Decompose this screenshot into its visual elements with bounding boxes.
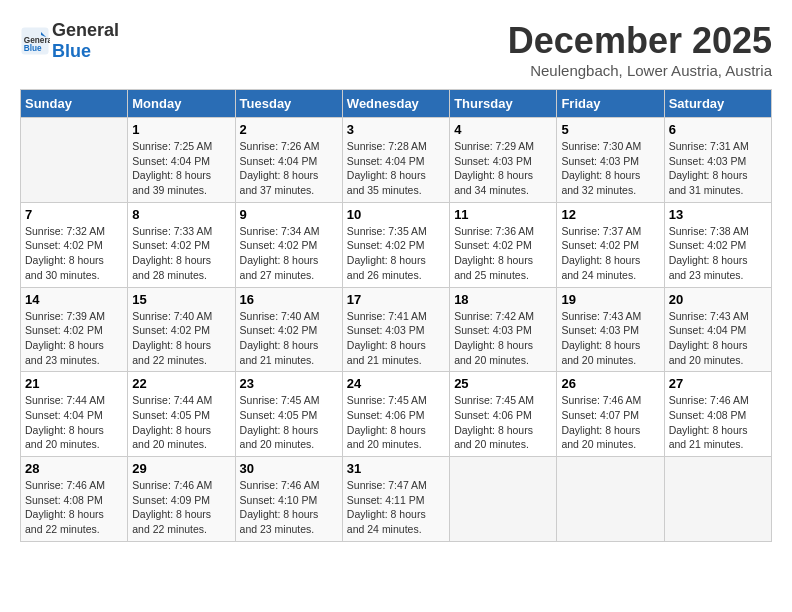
table-row: 27 Sunrise: 7:46 AMSunset: 4:08 PMDaylig… bbox=[664, 372, 771, 457]
col-wednesday: Wednesday bbox=[342, 90, 449, 118]
day-number: 29 bbox=[132, 461, 230, 476]
svg-text:Blue: Blue bbox=[24, 44, 42, 53]
table-row: 20 Sunrise: 7:43 AMSunset: 4:04 PMDaylig… bbox=[664, 287, 771, 372]
day-info: Sunrise: 7:32 AMSunset: 4:02 PMDaylight:… bbox=[25, 224, 123, 283]
day-number: 19 bbox=[561, 292, 659, 307]
table-row: 26 Sunrise: 7:46 AMSunset: 4:07 PMDaylig… bbox=[557, 372, 664, 457]
table-row bbox=[450, 457, 557, 542]
day-number: 20 bbox=[669, 292, 767, 307]
col-monday: Monday bbox=[128, 90, 235, 118]
day-number: 31 bbox=[347, 461, 445, 476]
table-row: 6 Sunrise: 7:31 AMSunset: 4:03 PMDayligh… bbox=[664, 118, 771, 203]
table-row bbox=[664, 457, 771, 542]
day-info: Sunrise: 7:26 AMSunset: 4:04 PMDaylight:… bbox=[240, 139, 338, 198]
day-number: 1 bbox=[132, 122, 230, 137]
day-number: 12 bbox=[561, 207, 659, 222]
calendar-week-2: 7 Sunrise: 7:32 AMSunset: 4:02 PMDayligh… bbox=[21, 202, 772, 287]
table-row: 29 Sunrise: 7:46 AMSunset: 4:09 PMDaylig… bbox=[128, 457, 235, 542]
day-info: Sunrise: 7:45 AMSunset: 4:06 PMDaylight:… bbox=[454, 393, 552, 452]
day-info: Sunrise: 7:44 AMSunset: 4:05 PMDaylight:… bbox=[132, 393, 230, 452]
table-row: 19 Sunrise: 7:43 AMSunset: 4:03 PMDaylig… bbox=[557, 287, 664, 372]
day-number: 17 bbox=[347, 292, 445, 307]
day-info: Sunrise: 7:36 AMSunset: 4:02 PMDaylight:… bbox=[454, 224, 552, 283]
col-tuesday: Tuesday bbox=[235, 90, 342, 118]
day-number: 24 bbox=[347, 376, 445, 391]
table-row: 21 Sunrise: 7:44 AMSunset: 4:04 PMDaylig… bbox=[21, 372, 128, 457]
day-number: 10 bbox=[347, 207, 445, 222]
day-info: Sunrise: 7:43 AMSunset: 4:03 PMDaylight:… bbox=[561, 309, 659, 368]
table-row: 16 Sunrise: 7:40 AMSunset: 4:02 PMDaylig… bbox=[235, 287, 342, 372]
table-row: 17 Sunrise: 7:41 AMSunset: 4:03 PMDaylig… bbox=[342, 287, 449, 372]
day-number: 15 bbox=[132, 292, 230, 307]
day-info: Sunrise: 7:40 AMSunset: 4:02 PMDaylight:… bbox=[132, 309, 230, 368]
day-info: Sunrise: 7:46 AMSunset: 4:08 PMDaylight:… bbox=[669, 393, 767, 452]
logo: General Blue General Blue bbox=[20, 20, 119, 62]
table-row: 8 Sunrise: 7:33 AMSunset: 4:02 PMDayligh… bbox=[128, 202, 235, 287]
col-thursday: Thursday bbox=[450, 90, 557, 118]
page-header: General Blue General Blue December 2025 … bbox=[20, 20, 772, 79]
day-info: Sunrise: 7:46 AMSunset: 4:10 PMDaylight:… bbox=[240, 478, 338, 537]
title-block: December 2025 Neulengbach, Lower Austria… bbox=[508, 20, 772, 79]
table-row: 15 Sunrise: 7:40 AMSunset: 4:02 PMDaylig… bbox=[128, 287, 235, 372]
month-title: December 2025 bbox=[508, 20, 772, 62]
table-row: 10 Sunrise: 7:35 AMSunset: 4:02 PMDaylig… bbox=[342, 202, 449, 287]
calendar-week-4: 21 Sunrise: 7:44 AMSunset: 4:04 PMDaylig… bbox=[21, 372, 772, 457]
table-row: 7 Sunrise: 7:32 AMSunset: 4:02 PMDayligh… bbox=[21, 202, 128, 287]
day-info: Sunrise: 7:46 AMSunset: 4:08 PMDaylight:… bbox=[25, 478, 123, 537]
day-number: 6 bbox=[669, 122, 767, 137]
day-number: 14 bbox=[25, 292, 123, 307]
day-info: Sunrise: 7:28 AMSunset: 4:04 PMDaylight:… bbox=[347, 139, 445, 198]
day-number: 21 bbox=[25, 376, 123, 391]
day-number: 8 bbox=[132, 207, 230, 222]
calendar-week-1: 1 Sunrise: 7:25 AMSunset: 4:04 PMDayligh… bbox=[21, 118, 772, 203]
day-number: 22 bbox=[132, 376, 230, 391]
table-row: 25 Sunrise: 7:45 AMSunset: 4:06 PMDaylig… bbox=[450, 372, 557, 457]
day-number: 4 bbox=[454, 122, 552, 137]
day-info: Sunrise: 7:44 AMSunset: 4:04 PMDaylight:… bbox=[25, 393, 123, 452]
day-info: Sunrise: 7:42 AMSunset: 4:03 PMDaylight:… bbox=[454, 309, 552, 368]
table-row: 30 Sunrise: 7:46 AMSunset: 4:10 PMDaylig… bbox=[235, 457, 342, 542]
table-row bbox=[557, 457, 664, 542]
col-saturday: Saturday bbox=[664, 90, 771, 118]
table-row: 13 Sunrise: 7:38 AMSunset: 4:02 PMDaylig… bbox=[664, 202, 771, 287]
calendar-header-row: Sunday Monday Tuesday Wednesday Thursday… bbox=[21, 90, 772, 118]
day-number: 2 bbox=[240, 122, 338, 137]
day-info: Sunrise: 7:40 AMSunset: 4:02 PMDaylight:… bbox=[240, 309, 338, 368]
table-row: 28 Sunrise: 7:46 AMSunset: 4:08 PMDaylig… bbox=[21, 457, 128, 542]
day-info: Sunrise: 7:34 AMSunset: 4:02 PMDaylight:… bbox=[240, 224, 338, 283]
day-info: Sunrise: 7:33 AMSunset: 4:02 PMDaylight:… bbox=[132, 224, 230, 283]
table-row: 4 Sunrise: 7:29 AMSunset: 4:03 PMDayligh… bbox=[450, 118, 557, 203]
table-row: 1 Sunrise: 7:25 AMSunset: 4:04 PMDayligh… bbox=[128, 118, 235, 203]
day-info: Sunrise: 7:46 AMSunset: 4:09 PMDaylight:… bbox=[132, 478, 230, 537]
calendar-week-5: 28 Sunrise: 7:46 AMSunset: 4:08 PMDaylig… bbox=[21, 457, 772, 542]
table-row: 9 Sunrise: 7:34 AMSunset: 4:02 PMDayligh… bbox=[235, 202, 342, 287]
day-number: 13 bbox=[669, 207, 767, 222]
day-info: Sunrise: 7:41 AMSunset: 4:03 PMDaylight:… bbox=[347, 309, 445, 368]
table-row: 11 Sunrise: 7:36 AMSunset: 4:02 PMDaylig… bbox=[450, 202, 557, 287]
day-number: 27 bbox=[669, 376, 767, 391]
day-info: Sunrise: 7:38 AMSunset: 4:02 PMDaylight:… bbox=[669, 224, 767, 283]
day-info: Sunrise: 7:45 AMSunset: 4:05 PMDaylight:… bbox=[240, 393, 338, 452]
day-info: Sunrise: 7:37 AMSunset: 4:02 PMDaylight:… bbox=[561, 224, 659, 283]
day-number: 28 bbox=[25, 461, 123, 476]
day-info: Sunrise: 7:25 AMSunset: 4:04 PMDaylight:… bbox=[132, 139, 230, 198]
table-row: 23 Sunrise: 7:45 AMSunset: 4:05 PMDaylig… bbox=[235, 372, 342, 457]
calendar-table: Sunday Monday Tuesday Wednesday Thursday… bbox=[20, 89, 772, 542]
day-number: 25 bbox=[454, 376, 552, 391]
day-info: Sunrise: 7:35 AMSunset: 4:02 PMDaylight:… bbox=[347, 224, 445, 283]
table-row: 2 Sunrise: 7:26 AMSunset: 4:04 PMDayligh… bbox=[235, 118, 342, 203]
table-row: 22 Sunrise: 7:44 AMSunset: 4:05 PMDaylig… bbox=[128, 372, 235, 457]
day-info: Sunrise: 7:46 AMSunset: 4:07 PMDaylight:… bbox=[561, 393, 659, 452]
col-sunday: Sunday bbox=[21, 90, 128, 118]
logo-blue-text: Blue bbox=[52, 41, 91, 61]
calendar-week-3: 14 Sunrise: 7:39 AMSunset: 4:02 PMDaylig… bbox=[21, 287, 772, 372]
table-row: 3 Sunrise: 7:28 AMSunset: 4:04 PMDayligh… bbox=[342, 118, 449, 203]
table-row: 31 Sunrise: 7:47 AMSunset: 4:11 PMDaylig… bbox=[342, 457, 449, 542]
day-info: Sunrise: 7:29 AMSunset: 4:03 PMDaylight:… bbox=[454, 139, 552, 198]
location-text: Neulengbach, Lower Austria, Austria bbox=[508, 62, 772, 79]
day-number: 26 bbox=[561, 376, 659, 391]
day-number: 18 bbox=[454, 292, 552, 307]
day-number: 7 bbox=[25, 207, 123, 222]
table-row: 24 Sunrise: 7:45 AMSunset: 4:06 PMDaylig… bbox=[342, 372, 449, 457]
logo-general-text: General bbox=[52, 20, 119, 40]
